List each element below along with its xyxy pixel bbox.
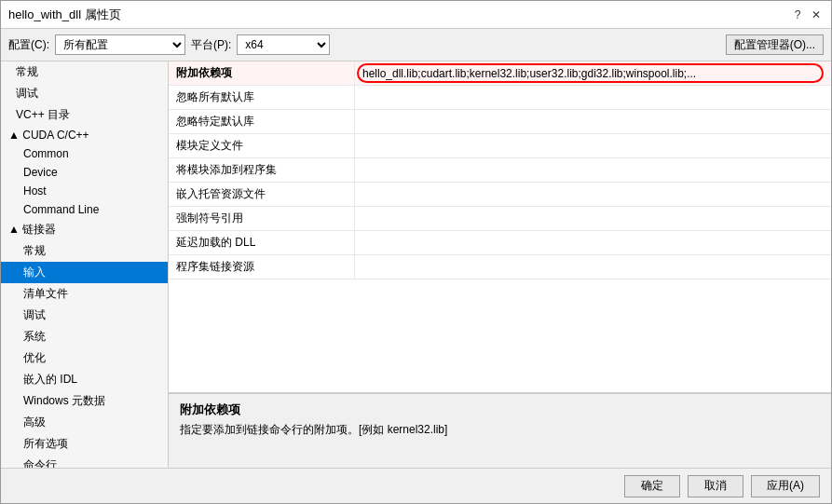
property-row-ignore-specific-libs[interactable]: 忽略特定默认库 (169, 110, 831, 134)
property-grid: 附加依赖项 hello_dll.lib;cudart.lib;kernel32.… (169, 61, 831, 393)
sidebar-item-常规1[interactable]: 常规 (1, 61, 168, 83)
property-row-module-def[interactable]: 模块定义文件 (169, 134, 831, 158)
prop-name-add-module: 将模块添加到程序集 (169, 158, 355, 182)
main-content: 常规 调试 VC++ 目录 ▲ CUDA C/C++ Common Device… (1, 61, 831, 468)
config-manager-button[interactable]: 配置管理器(O)... (726, 34, 824, 55)
prop-value-module-def (355, 134, 831, 157)
prop-name-force-symbol: 强制符号引用 (169, 207, 355, 230)
sidebar-item-input[interactable]: 输入 (1, 262, 168, 283)
sidebar-item-device[interactable]: Device (1, 163, 168, 182)
sidebar-item-winmeta[interactable]: Windows 元数据 (1, 390, 168, 412)
prop-value-add-module (355, 158, 831, 182)
sidebar-item-all-options[interactable]: 所有选项 (1, 433, 168, 455)
sidebar-item-调试1[interactable]: 调试 (1, 83, 168, 104)
prop-name-module-def: 模块定义文件 (169, 134, 355, 157)
sidebar-item-idl[interactable]: 嵌入的 IDL (1, 369, 168, 390)
desc-title: 附加依赖项 (180, 402, 820, 418)
sidebar-item-cmdline[interactable]: 命令行 (1, 455, 168, 468)
prop-name-additional-deps: 附加依赖项 (169, 61, 355, 85)
apply-button[interactable]: 应用(A) (751, 475, 820, 497)
property-row-ignore-all-libs[interactable]: 忽略所有默认库 (169, 86, 831, 110)
property-row-additional-deps[interactable]: 附加依赖项 hello_dll.lib;cudart.lib;kernel32.… (169, 61, 831, 86)
sidebar-item-cuda-cpp[interactable]: ▲ CUDA C/C++ (1, 126, 168, 144)
prop-value-ignore-all-libs (355, 86, 831, 109)
help-button[interactable]: ? (790, 7, 805, 22)
title-bar: hello_with_dll 属性页 ? ✕ (1, 1, 831, 29)
manager-area: 配置管理器(O)... (726, 34, 824, 55)
prop-value-embed-managed (355, 183, 831, 206)
footer: 确定 取消 应用(A) (1, 468, 831, 503)
sidebar-item-optimize[interactable]: 优化 (1, 347, 168, 369)
prop-value-additional-deps: hello_dll.lib;cudart.lib;kernel32.lib;us… (355, 61, 831, 85)
config-label: 配置(C): (8, 37, 49, 53)
sidebar-item-vc-dir[interactable]: VC++ 目录 (1, 104, 168, 126)
platform-select[interactable]: x64 (237, 34, 330, 55)
close-button[interactable]: ✕ (809, 7, 824, 22)
desc-text: 指定要添加到链接命令行的附加项。[例如 kernel32.lib] (180, 422, 820, 438)
prop-value-ignore-specific-libs (355, 110, 831, 133)
sidebar-item-host[interactable]: Host (1, 182, 168, 200)
sidebar-item-linker[interactable]: ▲ 链接器 (1, 219, 168, 240)
property-row-delay-load[interactable]: 延迟加载的 DLL (169, 231, 831, 255)
property-row-embed-managed[interactable]: 嵌入托管资源文件 (169, 183, 831, 207)
sidebar-item-command-line[interactable]: Command Line (1, 200, 168, 219)
prop-name-ignore-specific-libs: 忽略特定默认库 (169, 110, 355, 133)
property-row-force-symbol[interactable]: 强制符号引用 (169, 207, 831, 231)
config-select[interactable]: 所有配置 (55, 34, 185, 55)
property-row-assembly-link[interactable]: 程序集链接资源 (169, 255, 831, 279)
sidebar-item-常规2[interactable]: 常规 (1, 240, 168, 262)
prop-name-ignore-all-libs: 忽略所有默认库 (169, 86, 355, 109)
right-panel: 附加依赖项 hello_dll.lib;cudart.lib;kernel32.… (169, 61, 831, 468)
prop-name-embed-managed: 嵌入托管资源文件 (169, 183, 355, 206)
config-bar: 配置(C): 所有配置 平台(P): x64 配置管理器(O)... (1, 29, 831, 61)
sidebar: 常规 调试 VC++ 目录 ▲ CUDA C/C++ Common Device… (1, 61, 169, 468)
sidebar-item-system[interactable]: 系统 (1, 326, 168, 347)
sidebar-item-advanced[interactable]: 高级 (1, 412, 168, 433)
sidebar-item-common[interactable]: Common (1, 144, 168, 163)
cancel-button[interactable]: 取消 (688, 475, 743, 497)
sidebar-item-manifest[interactable]: 清单文件 (1, 283, 168, 305)
title-controls: ? ✕ (790, 7, 824, 22)
prop-value-force-symbol (355, 207, 831, 230)
ok-button[interactable]: 确定 (624, 475, 680, 497)
property-row-add-module[interactable]: 将模块添加到程序集 (169, 158, 831, 183)
description-panel: 附加依赖项 指定要添加到链接命令行的附加项。[例如 kernel32.lib] (169, 393, 831, 468)
platform-label: 平台(P): (191, 37, 231, 53)
main-window: hello_with_dll 属性页 ? ✕ 配置(C): 所有配置 平台(P)… (0, 0, 832, 504)
prop-name-delay-load: 延迟加载的 DLL (169, 231, 355, 254)
prop-name-assembly-link: 程序集链接资源 (169, 255, 355, 279)
prop-value-assembly-link (355, 255, 831, 279)
prop-value-delay-load (355, 231, 831, 254)
sidebar-item-debug2[interactable]: 调试 (1, 305, 168, 326)
window-title: hello_with_dll 属性页 (8, 7, 121, 23)
